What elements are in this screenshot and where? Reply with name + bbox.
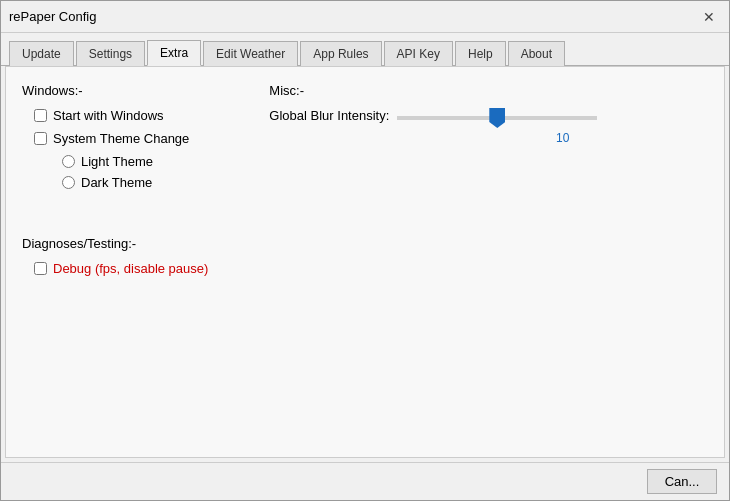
start-with-windows-checkbox[interactable] — [34, 109, 47, 122]
diagnoses-section: Diagnoses/Testing:- Debug (fps, disable … — [22, 236, 708, 276]
dark-theme-radio[interactable] — [62, 176, 75, 189]
bottom-bar: Can... — [1, 462, 729, 500]
blur-label: Global Blur Intensity: — [269, 108, 389, 123]
debug-checkbox[interactable] — [34, 262, 47, 275]
start-with-windows-row: Start with Windows — [34, 108, 189, 123]
misc-section-title: Misc:- — [269, 83, 708, 98]
cancel-button[interactable]: Can... — [647, 469, 717, 494]
main-window: rePaper Config ✕ Update Settings Extra E… — [0, 0, 730, 501]
light-theme-radio[interactable] — [62, 155, 75, 168]
tab-bar: Update Settings Extra Edit Weather App R… — [1, 33, 729, 66]
windows-section-title: Windows:- — [22, 83, 189, 98]
window-title: rePaper Config — [9, 9, 96, 24]
blur-slider[interactable] — [397, 116, 597, 120]
tab-edit-weather[interactable]: Edit Weather — [203, 41, 298, 66]
close-button[interactable]: ✕ — [697, 5, 721, 29]
tab-about[interactable]: About — [508, 41, 565, 66]
debug-label: Debug (fps, disable pause) — [53, 261, 208, 276]
tab-api-key[interactable]: API Key — [384, 41, 453, 66]
system-theme-checkbox[interactable] — [34, 132, 47, 145]
system-theme-row: System Theme Change — [34, 131, 189, 146]
main-sections: Windows:- Start with Windows System Them… — [22, 83, 708, 196]
dark-theme-label: Dark Theme — [81, 175, 152, 190]
misc-section: Misc:- Global Blur Intensity: 10 — [269, 83, 708, 196]
tab-extra[interactable]: Extra — [147, 40, 201, 66]
content-area: Windows:- Start with Windows System Them… — [5, 66, 725, 458]
tab-update[interactable]: Update — [9, 41, 74, 66]
diagnoses-title: Diagnoses/Testing:- — [22, 236, 708, 251]
dark-theme-row: Dark Theme — [62, 175, 189, 190]
debug-row: Debug (fps, disable pause) — [34, 261, 708, 276]
tab-app-rules[interactable]: App Rules — [300, 41, 381, 66]
light-theme-label: Light Theme — [81, 154, 153, 169]
windows-section: Windows:- Start with Windows System Them… — [22, 83, 189, 196]
system-theme-label: System Theme Change — [53, 131, 189, 146]
slider-container — [397, 108, 597, 123]
tab-settings[interactable]: Settings — [76, 41, 145, 66]
light-theme-row: Light Theme — [62, 154, 189, 169]
tab-help[interactable]: Help — [455, 41, 506, 66]
blur-row: Global Blur Intensity: — [269, 108, 708, 123]
blur-value: 10 — [417, 131, 708, 145]
title-bar: rePaper Config ✕ — [1, 1, 729, 33]
start-with-windows-label: Start with Windows — [53, 108, 164, 123]
